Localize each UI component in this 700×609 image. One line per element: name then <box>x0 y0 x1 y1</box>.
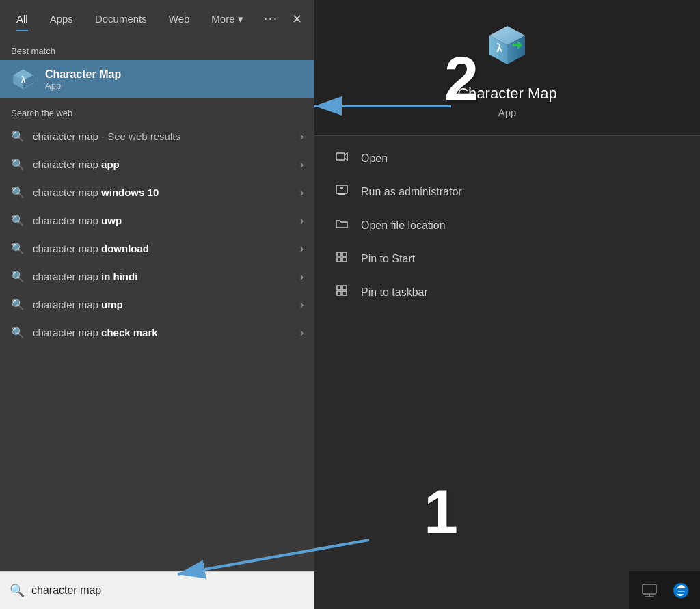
best-match-item[interactable]: λ Character Map App <box>0 60 314 98</box>
open-label: Open <box>361 152 388 165</box>
tab-all[interactable]: All <box>7 8 38 30</box>
close-button[interactable]: ✕ <box>286 6 308 32</box>
search-item-1[interactable]: 🔍 character map app › <box>0 150 314 178</box>
chevron-right-icon: › <box>300 327 304 339</box>
svg-rect-20 <box>342 291 347 295</box>
search-icon: 🔍 <box>11 298 25 311</box>
context-open[interactable]: Open <box>314 141 700 175</box>
search-item-3[interactable]: 🔍 character map uwp › <box>0 206 314 234</box>
search-item-text-0: character map - See web results <box>33 131 292 142</box>
app-detail-name: Character Map <box>457 85 557 103</box>
search-item-5[interactable]: 🔍 character map in hindi › <box>0 262 314 290</box>
pin-taskbar-icon <box>334 284 350 301</box>
svg-rect-12 <box>338 193 345 195</box>
search-item-0[interactable]: 🔍 character map - See web results › <box>0 122 314 150</box>
search-icon: 🔍 <box>11 242 25 255</box>
taskbar-search[interactable] <box>636 577 663 604</box>
search-icon: 🔍 <box>11 214 25 227</box>
open-icon <box>334 150 350 167</box>
search-icon: 🔍 <box>11 158 25 171</box>
search-icon: 🔍 <box>11 326 25 339</box>
pin-start-icon <box>334 250 350 267</box>
open-location-label: Open file location <box>361 219 446 232</box>
search-input[interactable] <box>31 584 305 597</box>
search-bar-icon: 🔍 <box>10 583 25 598</box>
chevron-right-icon: › <box>300 299 304 311</box>
svg-text:λ: λ <box>496 41 502 55</box>
chevron-right-icon: › <box>300 159 304 171</box>
app-icon-large: λ <box>480 21 535 75</box>
best-match-title: Character Map <box>45 68 121 81</box>
best-match-text: Character Map App <box>45 68 121 91</box>
tab-apps[interactable]: Apps <box>40 8 83 30</box>
search-icon: 🔍 <box>11 186 25 199</box>
search-item-text-5: character map in hindi <box>33 271 292 282</box>
search-item-text-2: character map windows 10 <box>33 187 292 198</box>
chevron-right-icon: › <box>300 243 304 255</box>
tab-more[interactable]: More ▾ <box>202 8 252 31</box>
app-detail-header: λ Character Map App <box>314 0 700 136</box>
taskbar-edge[interactable] <box>667 577 695 604</box>
search-icon: 🔍 <box>11 130 25 143</box>
taskbar: X W P <box>629 571 700 609</box>
more-options-button[interactable]: ··· <box>258 6 284 31</box>
admin-icon <box>334 183 350 200</box>
app-icon-small: λ <box>11 67 36 92</box>
search-item-text-7: character map check mark <box>33 327 292 338</box>
search-item-4[interactable]: 🔍 character map download › <box>0 234 314 262</box>
chevron-right-icon: › <box>300 131 304 143</box>
web-section-label: Search the web <box>0 98 314 122</box>
search-item-7[interactable]: 🔍 character map check mark › <box>0 319 314 347</box>
search-item-6[interactable]: 🔍 character map ump › <box>0 290 314 319</box>
svg-rect-21 <box>643 584 656 594</box>
svg-text:λ: λ <box>21 75 26 85</box>
best-match-subtitle: App <box>45 81 121 91</box>
svg-rect-10 <box>336 153 345 160</box>
right-panel: λ Character Map App Open <box>314 0 700 609</box>
context-open-location[interactable]: Open file location <box>314 208 700 242</box>
chevron-down-icon: ▾ <box>238 13 243 25</box>
chevron-right-icon: › <box>300 187 304 199</box>
svg-rect-16 <box>342 258 347 262</box>
tab-web[interactable]: Web <box>159 8 200 30</box>
search-item-text-3: character map uwp <box>33 215 292 226</box>
folder-icon <box>334 217 350 234</box>
svg-rect-17 <box>337 286 341 290</box>
chevron-right-icon: › <box>300 215 304 227</box>
context-menu: Open Run as administrator Open file loca… <box>314 136 700 314</box>
svg-rect-15 <box>337 258 341 262</box>
svg-rect-18 <box>342 286 347 290</box>
search-bar: 🔍 <box>0 571 314 609</box>
pin-taskbar-label: Pin to taskbar <box>361 286 428 299</box>
search-panel: All Apps Documents Web More ▾ ··· ✕ Best… <box>0 0 314 609</box>
admin-label: Run as administrator <box>361 186 462 198</box>
app-detail-type: App <box>498 107 517 118</box>
svg-rect-13 <box>337 252 341 256</box>
search-item-text-6: character map ump <box>33 299 292 310</box>
best-match-label: Best match <box>0 38 314 60</box>
context-pin-start[interactable]: Pin to Start <box>314 242 700 275</box>
context-pin-taskbar[interactable]: Pin to taskbar <box>314 275 700 309</box>
svg-rect-14 <box>342 252 347 256</box>
search-icon: 🔍 <box>11 270 25 283</box>
svg-rect-19 <box>337 291 341 295</box>
context-run-admin[interactable]: Run as administrator <box>314 175 700 208</box>
search-item-text-1: character map app <box>33 159 292 170</box>
pin-start-label: Pin to Start <box>361 253 415 265</box>
search-item-text-4: character map download <box>33 243 292 254</box>
tab-documents[interactable]: Documents <box>85 8 157 30</box>
chevron-right-icon: › <box>300 271 304 283</box>
search-item-2[interactable]: 🔍 character map windows 10 › <box>0 178 314 206</box>
tab-bar: All Apps Documents Web More ▾ ··· ✕ <box>0 0 314 38</box>
